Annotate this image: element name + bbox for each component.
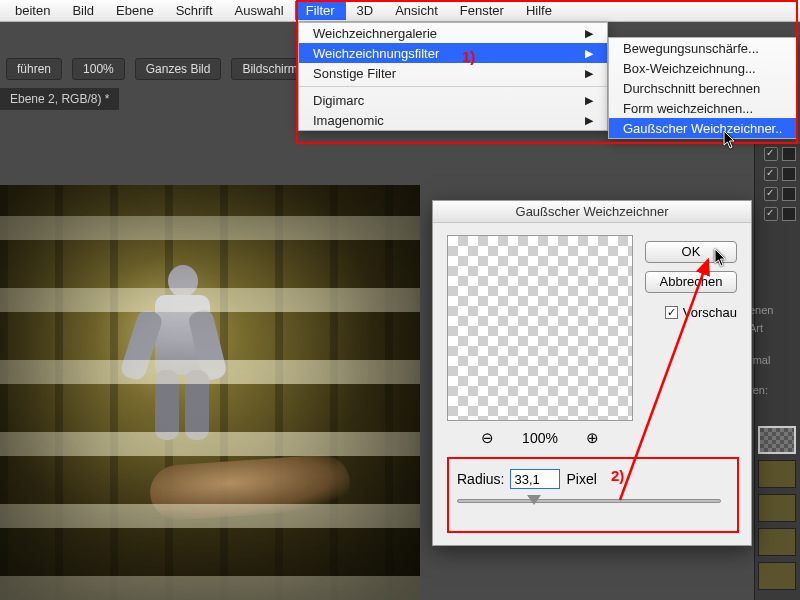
menu-bar: beiten Bild Ebene Schrift Auswahl Filter… — [0, 0, 800, 22]
preview-checkbox[interactable]: ✓ Vorschau — [665, 305, 737, 320]
zoom-percent: 100% — [522, 430, 558, 446]
dialog-preview[interactable] — [447, 235, 633, 421]
slider-thumb-icon[interactable] — [527, 495, 541, 505]
annotation-step2: 2) — [611, 467, 624, 484]
preview-checkbox-label: Vorschau — [683, 305, 737, 320]
layer-thumb[interactable] — [758, 426, 796, 454]
zoom-in-icon[interactable]: ⊕ — [586, 429, 599, 447]
zoom-out-icon[interactable]: ⊖ — [481, 429, 494, 447]
menu-ansicht[interactable]: Ansicht — [384, 1, 449, 20]
ok-button[interactable]: OK — [645, 241, 737, 263]
sm-durchschnitt[interactable]: Durchschnitt berechnen — [609, 78, 797, 98]
submenu-arrow-icon: ▶ — [585, 67, 593, 80]
canvas-vignette — [0, 185, 420, 600]
filter-dropdown: Weichzeichnergalerie▶ Weichzeichnungsfil… — [298, 22, 608, 131]
menu-schrift[interactable]: Schrift — [165, 1, 224, 20]
dd-weichzeichnergalerie[interactable]: Weichzeichnergalerie▶ — [299, 23, 607, 43]
menu-ebene[interactable]: Ebene — [105, 1, 165, 20]
radius-unit: Pixel — [566, 471, 596, 487]
layer-thumb[interactable] — [758, 494, 796, 522]
submenu-arrow-icon: ▶ — [585, 94, 593, 107]
layers-panel-fragment: enen Art rmal ren: — [754, 144, 800, 600]
annotation-step1: 1) — [462, 48, 475, 65]
layer-swatch — [782, 187, 796, 201]
dd-separator — [299, 86, 607, 87]
submenu-arrow-icon: ▶ — [585, 27, 593, 40]
sm-form-weichzeichnen[interactable]: Form weichzeichnen... — [609, 98, 797, 118]
gaussian-blur-dialog: Gaußscher Weichzeichner OK Abbrechen ✓ V… — [432, 200, 752, 546]
layer-swatch — [782, 147, 796, 161]
sm-gaussscher-weichzeichner[interactable]: Gaußscher Weichzeichner.. — [609, 118, 797, 138]
radius-slider[interactable] — [457, 499, 721, 503]
submenu-arrow-icon: ▶ — [585, 114, 593, 127]
layer-swatch — [782, 167, 796, 181]
menu-fenster[interactable]: Fenster — [449, 1, 515, 20]
panel-label: rmal — [749, 354, 770, 366]
dd-weichzeichnungsfilter[interactable]: Weichzeichnungsfilter▶ — [299, 43, 607, 63]
layer-thumb[interactable] — [758, 562, 796, 590]
checkbox-icon: ✓ — [665, 306, 678, 319]
cancel-button[interactable]: Abbrechen — [645, 271, 737, 293]
dialog-title: Gaußscher Weichzeichner — [433, 201, 751, 223]
tb-ganzes-bild[interactable]: Ganzes Bild — [135, 58, 222, 80]
visibility-toggle[interactable] — [764, 167, 778, 181]
sm-box-weichzeichnung[interactable]: Box-Weichzeichnung... — [609, 58, 797, 78]
visibility-toggle[interactable] — [764, 207, 778, 221]
tb-fuehren[interactable]: führen — [6, 58, 62, 80]
visibility-toggle[interactable] — [764, 187, 778, 201]
menu-3d[interactable]: 3D — [346, 1, 385, 20]
radius-label: Radius: — [457, 471, 504, 487]
zoom-controls: ⊖ 100% ⊕ — [447, 429, 633, 447]
dd-digimarc[interactable]: Digimarc▶ — [299, 90, 607, 110]
menu-auswahl[interactable]: Auswahl — [224, 1, 295, 20]
canvas[interactable] — [0, 185, 420, 600]
tb-zoom[interactable]: 100% — [72, 58, 125, 80]
layer-thumb[interactable] — [758, 528, 796, 556]
sm-bewegungsunschaerfe[interactable]: Bewegungsunschärfe... — [609, 38, 797, 58]
menu-bearbeiten[interactable]: beiten — [4, 1, 61, 20]
layer-swatch — [782, 207, 796, 221]
slider-track — [457, 499, 721, 503]
menu-hilfe[interactable]: Hilfe — [515, 1, 563, 20]
blur-submenu: Bewegungsunschärfe... Box-Weichzeichnung… — [608, 37, 798, 139]
dd-imagenomic[interactable]: Imagenomic▶ — [299, 110, 607, 130]
dd-sonstige[interactable]: Sonstige Filter▶ — [299, 63, 607, 83]
visibility-toggle[interactable] — [764, 147, 778, 161]
submenu-arrow-icon: ▶ — [585, 47, 593, 60]
panel-label: enen — [749, 304, 773, 316]
radius-input[interactable] — [510, 469, 560, 489]
layer-thumb[interactable] — [758, 460, 796, 488]
menu-bild[interactable]: Bild — [61, 1, 105, 20]
document-tab[interactable]: Ebene 2, RGB/8) * — [0, 88, 119, 110]
menu-filter[interactable]: Filter — [295, 1, 346, 20]
